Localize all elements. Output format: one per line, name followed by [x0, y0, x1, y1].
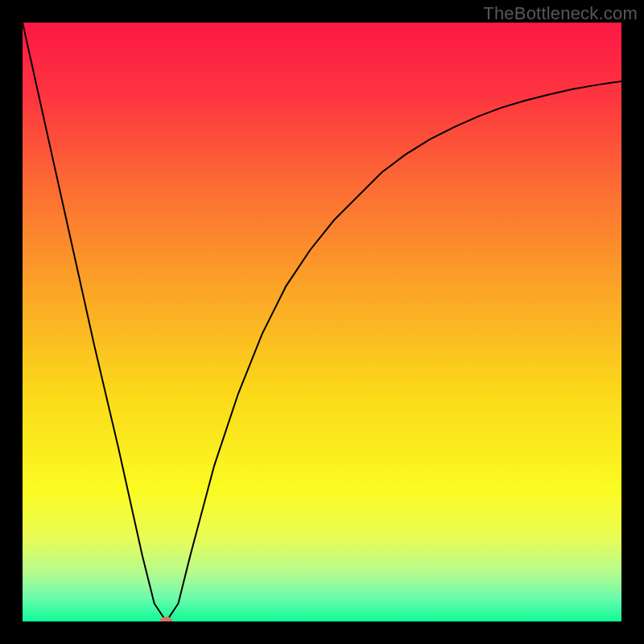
chart-plot-area	[23, 23, 621, 621]
attribution-label: TheBottleneck.com	[483, 3, 638, 24]
chart-svg	[23, 23, 621, 621]
chart-background	[23, 23, 621, 621]
chart-frame: TheBottleneck.com	[0, 0, 644, 644]
